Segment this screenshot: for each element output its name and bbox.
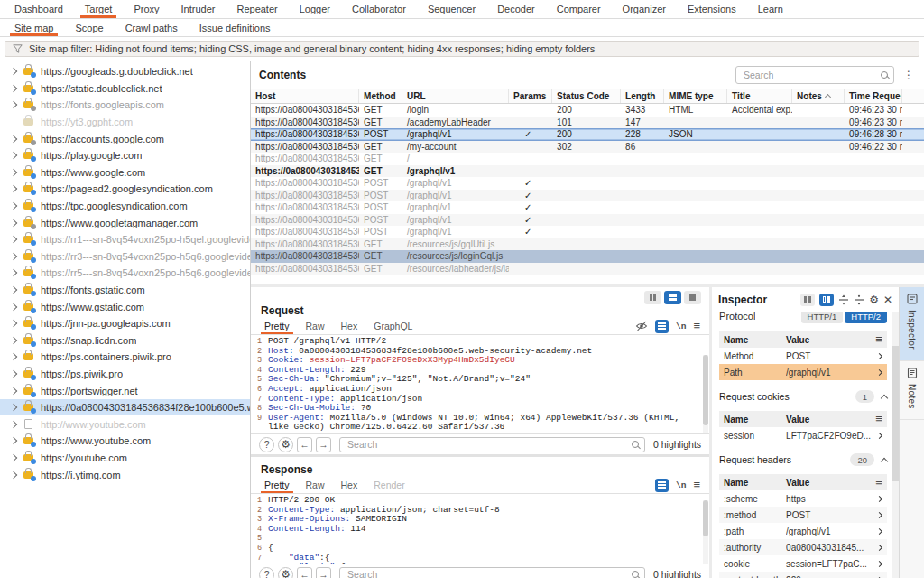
pane-rows-button[interactable] [664,291,681,304]
kv-header-menu-icon[interactable]: ≡ [871,335,887,344]
chevron-right-icon[interactable] [871,434,887,438]
chevron-right-icon[interactable] [871,545,887,550]
chevron-right-icon[interactable] [10,404,17,411]
newline-icon[interactable]: \n [676,480,686,490]
sitemap-filter-bar[interactable]: Site map filter: Hiding not found items;… [5,41,919,57]
main-tab-collaborator[interactable]: Collaborator [341,0,417,18]
request-search[interactable] [339,437,645,452]
contents-search[interactable] [735,66,894,84]
chevron-right-icon[interactable] [10,303,17,310]
tree-item-https-www-gstatic-com[interactable]: https://www.gstatic.com [0,298,250,315]
chevron-right-icon[interactable] [10,437,17,444]
main-tab-proxy[interactable]: Proxy [123,0,170,18]
tab-pretty[interactable]: Pretty [256,477,297,493]
main-tab-repeater[interactable]: Repeater [226,0,288,18]
chevron-right-icon[interactable] [10,202,17,210]
table-row[interactable]: https://0a08004303184536...GET/resources… [251,238,924,251]
table-row[interactable]: https://0a08004303184536...POST/graphql/… [251,201,924,214]
tree-item-https-portswigger-net[interactable]: https://portswigger.net [0,382,250,399]
word-wrap-icon[interactable] [655,479,669,492]
kv-row-content-length[interactable]: content-length229 [719,572,887,578]
settings-button[interactable]: ⚙ [278,437,293,452]
inspector-scrollbar[interactable] [892,312,899,578]
tree-item-https-fonts-gstatic-com[interactable]: https://fonts.gstatic.com [0,282,250,299]
tree-item-https-youtube-com[interactable]: https://youtube.com [0,450,250,467]
table-row[interactable]: https://0a08004303184536...GET/academyLa… [251,117,924,129]
prev-match-button[interactable]: ← [297,437,312,452]
request-search-input[interactable] [346,438,628,451]
tree-item-https-static-doubleclick-net[interactable]: https://static.doubleclick.net [0,80,250,98]
table-row[interactable]: https://0a08004303184536...GET/resources… [251,250,924,263]
tree-item-https-play-google-com[interactable]: https://play.google.com [0,147,250,164]
table-row[interactable]: https://0a08004303184536...GET/my-accoun… [251,141,924,154]
tree-item-https-tpc-googlesyndication-com[interactable]: https://tpc.googlesyndication.com [0,198,250,215]
tab-raw[interactable]: Raw [298,477,333,493]
sub-tab-crawl-paths[interactable]: Crawl paths [115,19,189,36]
chevron-right-icon[interactable] [10,421,17,428]
chevron-right-icon[interactable] [10,68,17,75]
chevron-right-icon[interactable] [10,101,17,108]
tree-item-https-rr1-sn-8vq54voxn25po-h5qel-googlevideo-com[interactable]: https://rr1---sn-8vq54voxn25po-h5qel.goo… [0,231,250,248]
kv-row-session[interactable]: sessionLFT7paCF2FO9eD... [719,427,887,443]
kv-row-method[interactable]: MethodPOST [719,348,887,364]
tab-render[interactable]: Render [365,477,412,493]
inspector-side-layout-icon[interactable] [819,294,834,306]
tab-hex[interactable]: Hex [333,318,366,334]
sub-tab-scope[interactable]: Scope [64,19,114,36]
main-tab-decoder[interactable]: Decoder [486,0,546,18]
main-tab-target[interactable]: Target [74,0,124,18]
inspector-settings-icon[interactable]: ⚙ [869,294,879,306]
main-tab-extensions[interactable]: Extensions [677,0,747,18]
main-tab-organizer[interactable]: Organizer [612,0,677,18]
chevron-right-icon[interactable] [871,529,887,534]
tree-item-https-i-ytimg-com[interactable]: https://i.ytimg.com [0,466,250,483]
newline-icon[interactable]: \n [676,322,686,331]
chevron-right-icon[interactable] [10,387,17,394]
table-row[interactable]: https://0a08004303184536...GET/ [251,153,924,165]
kv-row-cookie[interactable]: cookiesession=LFT7paC... [719,555,887,572]
table-row[interactable]: https://0a08004303184536...POST/graphql/… [251,177,924,190]
main-tab-intruder[interactable]: Intruder [171,0,226,18]
column-header-notes[interactable]: Notes [792,89,845,103]
kv-row-method[interactable]: :methodPOST [719,507,887,523]
response-search[interactable] [339,567,645,578]
main-tab-logger[interactable]: Logger [289,0,341,18]
chevron-right-icon[interactable] [871,562,887,566]
chevron-right-icon[interactable] [10,269,17,276]
help-button[interactable]: ? [259,567,274,578]
column-header-params[interactable]: Params [509,89,552,103]
editor-menu-icon[interactable]: ≡ [693,480,700,489]
next-match-button[interactable]: → [316,567,331,578]
response-editor[interactable]: 1HTTP/2 200 OK2Content-Type: application… [251,494,709,568]
sub-tab-issue-definitions[interactable]: Issue definitions [189,19,282,36]
protocol-http-1[interactable]: HTTP/1 [801,312,844,323]
chevron-right-icon[interactable] [871,370,887,375]
side-tab-inspector[interactable]: Inspector [900,287,924,361]
tree-item-https-pagead2-googlesyndication-com[interactable]: https://pagead2.googlesyndication.com [0,181,250,198]
tree-item-https-www-google-com[interactable]: https://www.google.com [0,164,250,182]
tab-raw[interactable]: Raw [298,318,333,334]
chevron-right-icon[interactable] [10,185,17,192]
tree-item-https-googleads-g-doubleclick-net[interactable]: https://googleads.g.doubleclick.net [0,63,250,80]
chevron-right-icon[interactable] [10,370,17,378]
tree-item-https-ps-piwik-pro[interactable]: https://ps.piwik.pro [0,366,250,383]
table-row[interactable]: https://0a08004303184536...POST/graphql/… [251,226,924,238]
chevron-right-icon[interactable] [10,135,17,142]
column-header-mime-type[interactable]: MIME type [664,89,727,103]
chevron-right-icon[interactable] [871,497,887,501]
tree-item-https-www-youtube-com[interactable]: https://www.youtube.com [0,433,250,450]
chevron-right-icon[interactable] [871,354,887,359]
kv-header-menu-icon[interactable]: ≡ [871,478,887,487]
chevron-right-icon[interactable] [10,353,17,360]
column-header-length[interactable]: Length [621,89,664,103]
request-headers-section[interactable]: Request headers 20 [719,453,887,466]
tree-item-https-jnn-pa-googleapis-com[interactable]: https://jnn-pa.googleapis.com [0,315,250,332]
pane-single-button[interactable] [684,291,701,304]
inspector-close-icon[interactable]: ✕ [883,294,892,306]
contents-menu-button[interactable]: ⋮ [901,69,916,81]
tree-item-https-rr5-sn-8vq54voxn25po-h5q6-googlevideo-com[interactable]: https://rr5---sn-8vq54voxn25po-h5q6.goog… [0,265,250,282]
column-header-time-requested[interactable]: Time Requested [845,89,902,103]
word-wrap-icon[interactable] [655,320,669,333]
kv-row-scheme[interactable]: :schemehttps [719,490,887,507]
chevron-right-icon[interactable] [10,320,17,327]
